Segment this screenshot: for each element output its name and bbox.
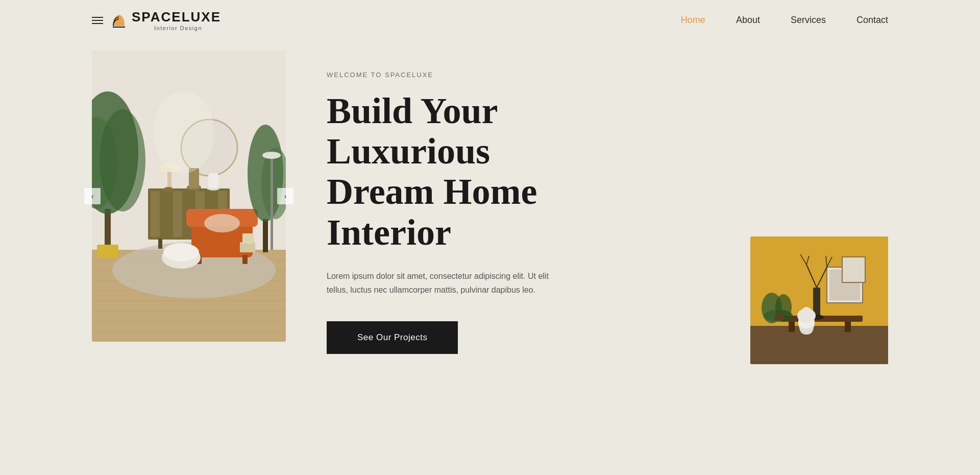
svg-rect-59 [842,257,865,282]
svg-point-74 [797,308,816,323]
hero-description: Lorem ipsum dolor sit amet, consectetur … [327,269,551,297]
nav-about[interactable]: About [736,15,760,26]
welcome-label: WELCOME TO SPACELUXE [327,71,888,79]
svg-point-36 [163,243,199,262]
svg-point-40 [100,109,145,211]
svg-point-49 [262,152,281,159]
svg-rect-13 [151,191,160,237]
site-header: SPACELUXE Interior Design Home About Ser… [0,0,980,40]
svg-rect-56 [845,322,851,332]
svg-rect-14 [162,191,171,237]
main-content: ‹ [0,40,980,374]
main-nav: Home About Services Contact [681,15,888,26]
living-room-scene [92,51,286,342]
svg-point-34 [204,214,240,232]
hamburger-menu[interactable] [92,17,103,24]
svg-rect-42 [97,245,118,257]
logo-name: SPACELUXE [132,9,221,25]
svg-rect-33 [242,255,248,264]
svg-rect-29 [208,173,218,188]
svg-rect-43 [263,219,268,252]
svg-rect-51 [242,233,254,244]
slider-prev-button[interactable]: ‹ [84,188,101,204]
svg-rect-48 [271,158,273,250]
hero-title-line2: Dream Home Interior [327,171,537,252]
svg-point-47 [153,91,214,173]
svg-rect-55 [789,322,795,332]
secondary-image-container [750,236,888,364]
secondary-image [750,236,888,364]
svg-rect-20 [158,239,162,249]
logo-brand: SPACELUXE Interior Design [109,9,221,31]
nav-services[interactable]: Services [791,15,826,26]
image-slider: ‹ [92,51,286,342]
nav-home[interactable]: Home [681,15,705,26]
svg-rect-53 [750,326,888,364]
logo-area: SPACELUXE Interior Design [92,9,221,31]
logo-text: SPACELUXE Interior Design [132,9,221,31]
room-2-scene [750,236,888,364]
main-hero-image [92,51,286,342]
nav-contact[interactable]: Contact [856,15,888,26]
svg-rect-15 [173,191,182,237]
hero-title: Build Your Luxurious Dream Home Interior [327,91,658,253]
svg-rect-37 [105,209,111,250]
svg-rect-71 [775,314,784,320]
slider-next-button[interactable]: › [277,188,293,204]
chevron-right-icon: › [284,192,287,200]
logo-icon [109,11,129,30]
hero-title-line1: Build Your Luxurious [327,90,497,172]
svg-point-46 [163,187,174,192]
cta-button[interactable]: See Our Projects [327,321,458,354]
logo-subtitle: Interior Design [154,25,221,31]
chevron-left-icon: ‹ [91,192,94,200]
